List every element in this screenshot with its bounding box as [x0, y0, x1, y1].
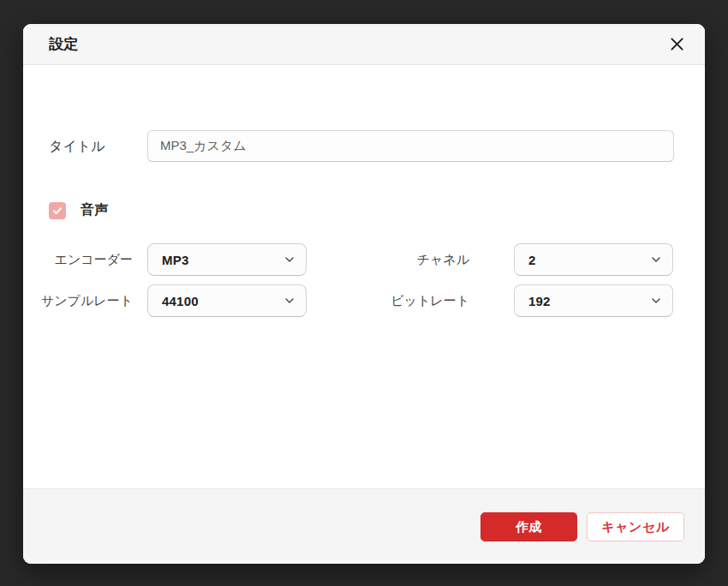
audio-checkbox-row[interactable]: 音声 [49, 201, 109, 219]
cancel-button[interactable]: キャンセル [587, 512, 684, 541]
check-icon [51, 205, 63, 217]
encoder-select-value: MP3 [162, 253, 188, 267]
create-button[interactable]: 作成 [480, 512, 577, 541]
channel-select-value: 2 [528, 253, 536, 267]
samplerate-select-value: 44100 [162, 294, 199, 308]
dialog-header: 設定 [23, 24, 705, 65]
samplerate-label: サンプルレート [30, 284, 133, 317]
samplerate-select[interactable]: 44100 [147, 284, 307, 317]
audio-checkbox[interactable] [49, 202, 66, 219]
encoder-label: エンコーダー [30, 243, 133, 276]
encoder-select[interactable]: MP3 [147, 243, 307, 276]
close-icon [669, 36, 685, 52]
dialog-title: 設定 [49, 34, 79, 54]
bitrate-select-value: 192 [528, 294, 551, 308]
channel-select[interactable]: 2 [514, 243, 673, 276]
bitrate-label: ビットレート [331, 284, 469, 317]
close-button[interactable] [664, 32, 689, 57]
chevron-down-icon [650, 254, 662, 266]
title-field-label: タイトル [49, 137, 105, 155]
chevron-down-icon [283, 254, 295, 266]
chevron-down-icon [650, 295, 662, 307]
chevron-down-icon [283, 295, 295, 307]
dialog-footer: 作成 キャンセル [23, 488, 705, 564]
title-input[interactable] [147, 130, 674, 162]
settings-dialog: 設定 タイトル 音声 エンコーダー MP3 [23, 24, 705, 564]
channel-label: チャネル [331, 243, 469, 276]
bitrate-select[interactable]: 192 [514, 284, 673, 317]
audio-checkbox-label: 音声 [81, 201, 109, 219]
dialog-body: タイトル 音声 エンコーダー MP3 チャネル 2 [23, 65, 705, 488]
